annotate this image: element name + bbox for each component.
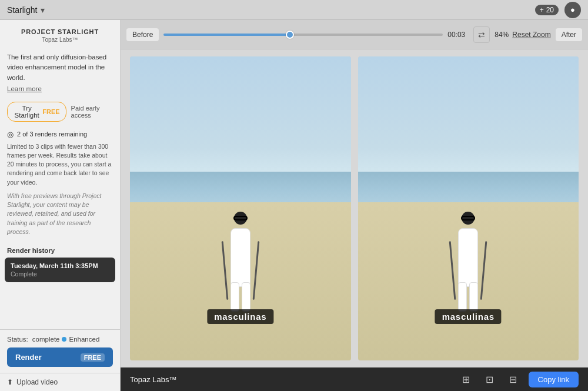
enhanced-label: Enhanced [69, 336, 99, 343]
credits-badge[interactable]: + 20 [535, 5, 559, 15]
scene-background: masculinas [130, 56, 351, 360]
chevron-down-icon[interactable]: ▾ [41, 5, 45, 15]
figure-glasses [233, 216, 248, 220]
status-value: complete [32, 336, 60, 343]
figure-leg-right-after [469, 282, 478, 312]
timeline-slider[interactable] [163, 34, 443, 36]
grid-icon: ⊞ [462, 374, 470, 385]
time-display: 00:03 [447, 31, 469, 39]
sidebar-header: PROJECT STARLIGHT Topaz Labs™ [0, 20, 120, 48]
project-title: PROJECT STARLIGHT [7, 28, 113, 35]
figure-leg-left-after [458, 282, 467, 312]
renders-remaining: ◎ 2 of 3 renders remaining [0, 128, 120, 142]
renders-info: Limited to 3 clips with fewer than 300 f… [0, 142, 120, 192]
figure [223, 212, 258, 306]
zoom-level: 84% [495, 31, 509, 39]
top-bar: Starlight ▾ + 20 ● [0, 0, 588, 20]
status-label: Status: [7, 336, 28, 343]
render-label: Render [15, 353, 42, 362]
sidebar-footer: Status: complete Enhanced Render FREE [0, 329, 120, 373]
renders-count: 2 of 3 renders remaining [17, 131, 87, 138]
figure-head-after [462, 212, 475, 225]
after-panel: masculinas [358, 56, 579, 360]
figure-legs-after [458, 282, 478, 312]
figure-leg-left [230, 282, 239, 312]
figure-body [230, 228, 250, 287]
renders-note: With free previews through Project Starl… [0, 192, 120, 243]
sidebar-description: The first and only diffusion-based video… [0, 48, 120, 85]
figure-leg-right [242, 282, 250, 312]
copy-link-button[interactable]: Copy link [529, 372, 579, 387]
figure-after [450, 212, 486, 306]
status-row: Status: complete Enhanced [7, 336, 113, 343]
figure-wrap [223, 212, 258, 306]
bottom-actions: ⊞ ⊡ ⊟ Copy link [458, 371, 579, 387]
after-label: After [556, 28, 582, 41]
layout-icon: ⊟ [509, 374, 517, 385]
after-video: masculinas [358, 56, 579, 360]
before-label: Before [126, 28, 159, 41]
user-icon: ● [570, 5, 575, 14]
scene-background-after: masculinas [358, 56, 579, 360]
video-compare-area: masculinas [121, 49, 588, 367]
upload-icon: ⬆ [7, 378, 13, 386]
figure-wrap-after [450, 212, 486, 306]
bottom-bar: Topaz Labs™ ⊞ ⊡ ⊟ Copy link [121, 367, 588, 391]
crop-button[interactable]: ⊡ [482, 371, 498, 387]
avatar-button[interactable]: ● [564, 2, 581, 18]
main-layout: PROJECT STARLIGHT Topaz Labs™ The first … [0, 20, 588, 391]
render-free-badge: FREE [81, 353, 105, 362]
free-badge: FREE [42, 108, 59, 115]
bottom-brand: Topaz Labs™ [130, 375, 177, 384]
try-starlight-button[interactable]: Try Starlight FREE [7, 102, 66, 122]
timeline-bar: Before 00:03 ⇄ 84% Reset Zoom After [121, 20, 588, 49]
timeline-slider-wrap: 00:03 [163, 31, 469, 39]
history-status: Complete [11, 270, 109, 278]
ski-pole-left [221, 241, 228, 300]
history-date: Tuesday, March 11th 3:35PM [11, 262, 109, 269]
upload-video-button[interactable]: ⬆ Upload video [0, 373, 120, 391]
main-content: Before 00:03 ⇄ 84% Reset Zoom After [121, 20, 588, 391]
status-dot [62, 337, 66, 342]
sidebar: PROJECT STARLIGHT Topaz Labs™ The first … [0, 20, 121, 391]
try-label: Try Starlight [14, 105, 40, 119]
before-panel: masculinas [130, 56, 351, 360]
figure-glasses-after [461, 216, 475, 220]
app-title-section: Starlight ▾ [7, 5, 45, 15]
plus-icon: + [540, 6, 544, 14]
credits-count: 20 [546, 6, 554, 14]
app-title: Starlight [7, 5, 37, 15]
reset-zoom-button[interactable]: Reset Zoom [512, 31, 550, 39]
history-item[interactable]: Tuesday, March 11th 3:35PM Complete [5, 258, 115, 282]
before-video: masculinas [130, 56, 351, 360]
top-bar-right: + 20 ● [535, 2, 581, 18]
figure-body-after [458, 228, 478, 287]
swap-button[interactable]: ⇄ [473, 26, 490, 43]
ski-pole-left-after [449, 241, 456, 300]
render-history-title: Render history [0, 243, 120, 258]
project-subtitle: Topaz Labs™ [7, 36, 113, 43]
layout-button[interactable]: ⊟ [505, 371, 522, 387]
renders-icon: ◎ [7, 130, 14, 139]
figure-head [234, 212, 247, 225]
paid-access-label: Paid early access [71, 105, 113, 119]
zoom-section: 84% Reset Zoom [495, 31, 550, 39]
upload-label: Upload video [16, 378, 58, 386]
swap-icon: ⇄ [478, 30, 485, 39]
grid-view-button[interactable]: ⊞ [458, 371, 475, 387]
after-subtitle: masculinas [435, 309, 502, 324]
figure-legs [230, 282, 250, 312]
learn-more-link[interactable]: Learn more [0, 85, 120, 98]
try-section: Try Starlight FREE Paid early access [0, 98, 120, 128]
crop-icon: ⊡ [486, 374, 493, 385]
render-button[interactable]: Render FREE [7, 347, 113, 367]
before-subtitle: masculinas [207, 309, 273, 324]
